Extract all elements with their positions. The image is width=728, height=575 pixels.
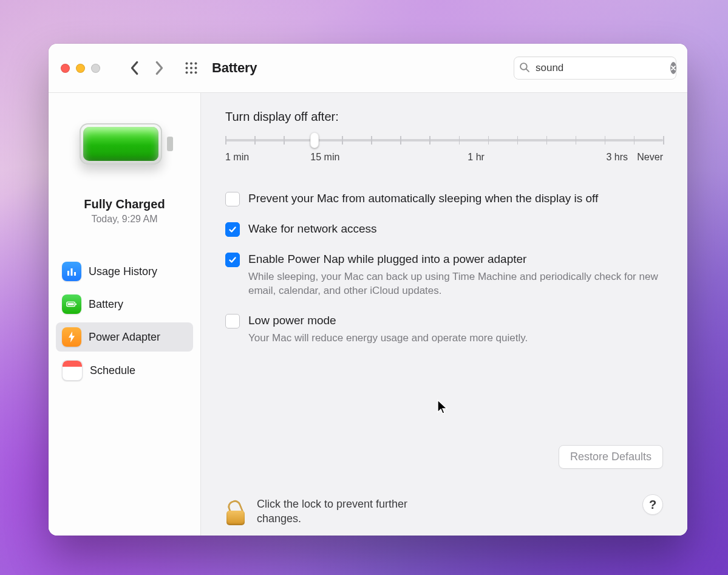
search-icon	[519, 62, 529, 75]
svg-rect-13	[74, 272, 76, 276]
toolbar: Battery	[49, 44, 687, 93]
checkbox-power-nap[interactable]	[225, 253, 240, 267]
option-wake-network: Wake for network access	[225, 221, 663, 237]
slider-label: Turn display off after:	[225, 110, 663, 124]
battery-icon	[62, 294, 81, 314]
svg-rect-15	[68, 303, 74, 305]
sidebar-item-label: Battery	[89, 298, 123, 311]
sidebar-item-label: Schedule	[90, 364, 135, 377]
option-power-nap: Enable Power Nap while plugged into a po…	[225, 251, 663, 298]
svg-point-6	[186, 72, 188, 74]
clear-search-button[interactable]	[670, 62, 676, 74]
back-button[interactable]	[126, 57, 143, 79]
svg-rect-16	[75, 304, 77, 305]
option-prevent-sleep: Prevent your Mac from automatically slee…	[225, 191, 663, 206]
option-label: Enable Power Nap while plugged into a po…	[248, 251, 663, 267]
svg-point-5	[195, 67, 197, 69]
sidebar-item-label: Power Adapter	[89, 331, 160, 344]
sidebar-item-usage-history[interactable]: Usage History	[56, 257, 193, 286]
svg-point-1	[190, 63, 192, 65]
option-low-power: Low power mode Your Mac will reduce ener…	[225, 313, 663, 345]
forward-button[interactable]	[151, 57, 168, 79]
close-button[interactable]	[61, 64, 70, 73]
sidebar-item-battery[interactable]: Battery	[56, 290, 193, 319]
page-title: Battery	[212, 60, 505, 76]
option-description: Your Mac will reduce energy usage and op…	[248, 331, 528, 345]
battery-status: Fully Charged	[55, 197, 194, 211]
footer: Click the lock to prevent further change…	[225, 490, 663, 526]
option-description: While sleeping, your Mac can back up usi…	[248, 270, 663, 299]
svg-point-2	[195, 63, 197, 65]
content-pane: Turn display off after: 1 min 15 min 1 h…	[201, 93, 687, 536]
battery-illustration	[76, 117, 173, 177]
slider-thumb[interactable]	[310, 132, 319, 148]
restore-defaults-button[interactable]: Restore Defaults	[559, 445, 663, 469]
minimize-button[interactable]	[76, 64, 85, 73]
lock-button[interactable]	[225, 498, 247, 525]
help-button[interactable]: ?	[642, 494, 663, 515]
sidebar-item-power-adapter[interactable]: Power Adapter	[56, 322, 193, 352]
bolt-icon	[62, 327, 81, 347]
display-off-slider[interactable]	[225, 132, 663, 148]
chart-icon	[62, 262, 81, 281]
svg-line-10	[526, 69, 529, 71]
option-label: Wake for network access	[248, 221, 377, 237]
battery-status-time: Today, 9:29 AM	[55, 214, 194, 225]
svg-rect-12	[71, 268, 73, 276]
cursor-icon	[437, 399, 449, 415]
svg-point-0	[186, 63, 188, 65]
svg-point-8	[195, 72, 197, 74]
preferences-window: Battery Fully Charged Today	[49, 44, 687, 536]
search-field[interactable]	[514, 56, 676, 80]
sidebar-item-schedule[interactable]: Schedule	[56, 355, 193, 386]
svg-point-7	[190, 72, 192, 74]
slider-marks: 1 min 15 min 1 hr 3 hrs Never	[225, 152, 663, 166]
lock-text: Click the lock to prevent further change…	[257, 497, 415, 526]
search-input[interactable]	[534, 61, 665, 75]
option-label: Low power mode	[248, 313, 528, 328]
checkbox-low-power[interactable]	[225, 314, 240, 328]
checkbox-wake-network[interactable]	[225, 222, 240, 237]
checkbox-prevent-sleep[interactable]	[225, 192, 240, 206]
zoom-button[interactable]	[91, 64, 100, 73]
calendar-icon	[62, 360, 83, 381]
svg-point-4	[190, 67, 192, 69]
option-label: Prevent your Mac from automatically slee…	[248, 191, 598, 206]
window-controls	[61, 64, 100, 73]
sidebar: Fully Charged Today, 9:29 AM Usage Histo…	[49, 93, 201, 536]
sidebar-item-label: Usage History	[89, 265, 157, 278]
svg-rect-11	[67, 271, 69, 276]
show-all-button[interactable]	[183, 60, 200, 77]
svg-point-3	[186, 67, 188, 69]
